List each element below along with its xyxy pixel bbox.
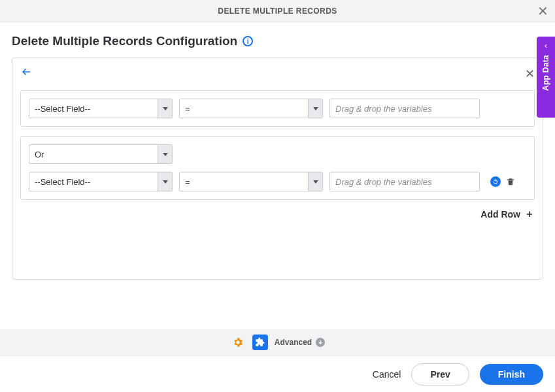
value-drop-input[interactable]	[329, 172, 480, 191]
plus-icon: +	[524, 209, 535, 220]
chevron-down-icon[interactable]	[308, 172, 322, 191]
operator-select-value: =	[180, 177, 308, 187]
rule-row: --Select Field-- =	[29, 172, 526, 191]
value-drop-input[interactable]	[329, 99, 480, 118]
field-select[interactable]: --Select Field--	[29, 99, 173, 118]
advanced-label[interactable]: Advanced +	[275, 338, 325, 347]
reset-icon[interactable]	[490, 176, 501, 187]
panel-close-icon[interactable]: ✕	[525, 67, 535, 81]
modal-footer: Cancel Prev Finish	[0, 355, 555, 392]
modal: DELETE MULTIPLE RECORDS ✕ Delete Multipl…	[0, 0, 555, 392]
row-actions	[490, 176, 516, 188]
plus-circle-icon: +	[316, 338, 325, 347]
logic-select-value: Or	[29, 150, 158, 159]
logic-row: Or	[29, 144, 526, 164]
chevron-down-icon[interactable]	[308, 99, 322, 118]
section-title: Delete Multiple Records Configuration	[12, 34, 237, 48]
advanced-bar: Advanced +	[0, 329, 555, 355]
rule-row: --Select Field-- =	[29, 99, 526, 118]
add-row-bar: Add Row +	[20, 209, 535, 220]
trash-icon[interactable]	[505, 176, 516, 188]
operator-select-value: =	[180, 104, 308, 114]
operator-select[interactable]: =	[179, 172, 323, 191]
chevron-down-icon[interactable]	[158, 145, 172, 163]
add-row-button[interactable]: Add Row +	[480, 209, 535, 220]
puzzle-icon[interactable]	[252, 335, 268, 350]
field-select-value: --Select Field--	[29, 177, 158, 187]
advanced-text: Advanced	[275, 338, 312, 347]
condition-builder-panel: ✕ --Select Field-- =	[12, 57, 543, 280]
chevron-down-icon[interactable]	[158, 172, 172, 191]
field-select[interactable]: --Select Field--	[29, 172, 173, 191]
finish-button[interactable]: Finish	[480, 364, 543, 385]
modal-body: Delete Multiple Records Configuration i …	[0, 22, 555, 329]
close-icon[interactable]: ✕	[537, 5, 548, 18]
info-icon[interactable]: i	[243, 36, 253, 46]
prev-button[interactable]: Prev	[411, 363, 469, 385]
section-title-row: Delete Multiple Records Configuration i	[12, 34, 543, 48]
modal-title: DELETE MULTIPLE RECORDS	[218, 7, 337, 16]
rule-group-2: Or --Select Field-- =	[20, 136, 535, 200]
logic-select[interactable]: Or	[29, 144, 173, 164]
gear-icon[interactable]	[230, 335, 246, 350]
chevron-down-icon[interactable]	[158, 99, 172, 118]
rule-group-1: --Select Field-- =	[20, 90, 535, 127]
modal-header: DELETE MULTIPLE RECORDS ✕	[0, 0, 555, 22]
operator-select[interactable]: =	[179, 99, 323, 118]
side-tab-label: App Data	[541, 55, 550, 91]
field-select-value: --Select Field--	[29, 104, 158, 114]
cancel-button[interactable]: Cancel	[373, 369, 401, 380]
chevron-left-icon: ‹	[545, 42, 547, 50]
add-row-label: Add Row	[480, 209, 520, 220]
back-arrow-icon[interactable]	[20, 66, 32, 81]
builder-toolbar: ✕	[20, 66, 535, 81]
app-data-side-tab[interactable]: ‹ App Data	[537, 37, 555, 118]
